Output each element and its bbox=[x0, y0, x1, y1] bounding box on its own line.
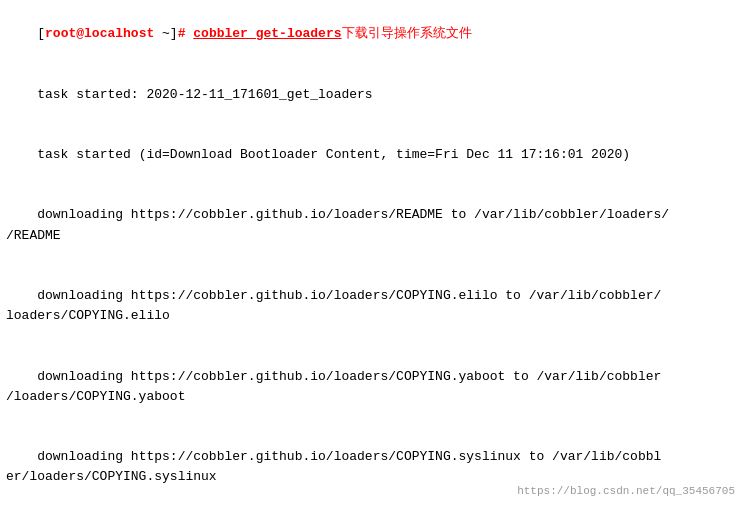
terminal-line-6: downloading https://cobbler.github.io/lo… bbox=[6, 346, 737, 427]
line-text: task started (id=Download Bootloader Con… bbox=[37, 147, 630, 162]
line-text: downloading https://cobbler.github.io/lo… bbox=[6, 369, 661, 404]
prompt-bracket-space: ~ bbox=[154, 26, 170, 41]
command-comment: 下载引导操作系统文件 bbox=[342, 26, 472, 41]
terminal-line-1: [root@localhost ~]# cobbler get-loaders下… bbox=[6, 4, 737, 64]
watermark: https://blog.csdn.net/qq_35456705 bbox=[517, 485, 735, 497]
line-text: downloading https://cobbler.github.io/lo… bbox=[6, 207, 669, 242]
terminal-line-4: downloading https://cobbler.github.io/lo… bbox=[6, 185, 737, 266]
prompt-user: root@localhost bbox=[45, 26, 154, 41]
terminal-line-3: task started (id=Download Bootloader Con… bbox=[6, 125, 737, 185]
line-text: downloading https://cobbler.github.io/lo… bbox=[6, 449, 661, 484]
prompt-hash: # bbox=[178, 26, 194, 41]
terminal-window: [root@localhost ~]# cobbler get-loaders下… bbox=[0, 0, 743, 505]
prompt-bracket-open: [ bbox=[37, 26, 45, 41]
terminal-line-2: task started: 2020-12-11_171601_get_load… bbox=[6, 64, 737, 124]
line-text: downloading https://cobbler.github.io/lo… bbox=[6, 288, 661, 323]
watermark-text: https://blog.csdn.net/qq_35456705 bbox=[517, 485, 735, 497]
prompt-bracket-close: ] bbox=[170, 26, 178, 41]
command-text: cobbler get-loaders bbox=[193, 26, 341, 41]
terminal-line-5: downloading https://cobbler.github.io/lo… bbox=[6, 266, 737, 347]
line-text: task started: 2020-12-11_171601_get_load… bbox=[37, 87, 372, 102]
